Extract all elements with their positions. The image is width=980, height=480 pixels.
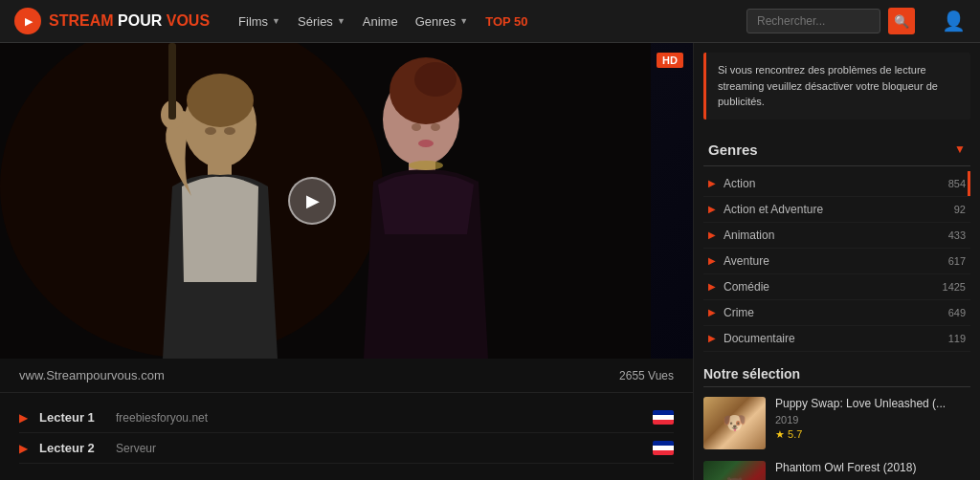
server2-flag bbox=[653, 441, 674, 455]
video-player: HD bbox=[0, 43, 693, 359]
server2-host: Serveur bbox=[116, 442, 653, 455]
genre-name: Animation bbox=[724, 229, 948, 242]
genre-count: 854 bbox=[948, 178, 966, 189]
server1-play-icon: ▶ bbox=[19, 411, 28, 425]
genre-name: Action et Adventure bbox=[724, 203, 954, 216]
nav-anime[interactable]: Anime bbox=[363, 14, 398, 29]
ad-notice: Si vous rencontrez des problèmes de lect… bbox=[703, 53, 970, 120]
genre-arrow-icon: ▶ bbox=[708, 204, 716, 214]
genre-comedie[interactable]: ▶ Comédie 1425 bbox=[703, 274, 970, 300]
logo[interactable]: STREAM POUR VOUS bbox=[14, 8, 210, 34]
genre-count: 433 bbox=[948, 229, 966, 241]
video-scene bbox=[0, 43, 693, 359]
navbar: STREAM POUR VOUS Films ▼ Séries ▼ Anime … bbox=[0, 0, 980, 43]
genres-title: Genres bbox=[708, 142, 758, 158]
selection-item-1[interactable]: 🐶 Puppy Swap: Love Unleashed (... 2019 ★… bbox=[703, 397, 970, 449]
genre-arrow-icon: ▶ bbox=[708, 178, 716, 188]
video-info: vww.Streampourvous.com 2655 Vues bbox=[0, 359, 693, 393]
server1-flag bbox=[653, 410, 674, 425]
genres-section: Genres ▼ ▶ Action 854 ▶ Action et Advent… bbox=[694, 129, 980, 357]
selection-section: Notre sélection 🐶 Puppy Swap: Love Unlea… bbox=[694, 357, 980, 481]
genre-arrow-icon: ▶ bbox=[708, 281, 716, 292]
selection-info-2: Phantom Owl Forest (2018) 2018 ★ 7.7 bbox=[775, 461, 970, 481]
genre-count: 617 bbox=[948, 255, 966, 267]
nav-films[interactable]: Films ▼ bbox=[238, 14, 280, 29]
genre-arrow-icon: ▶ bbox=[708, 229, 716, 240]
genres-header: Genres ▼ bbox=[703, 134, 970, 166]
selection-thumb-2: 🦉 bbox=[703, 461, 766, 481]
nav-links: Films ▼ Séries ▼ Anime Genres ▼ TOP 50 bbox=[238, 14, 727, 29]
server1-name: Lecteur 1 bbox=[39, 410, 106, 425]
selection-item-2[interactable]: 🦉 Phantom Owl Forest (2018) 2018 ★ 7.7 bbox=[703, 461, 970, 481]
selection-year-1: 2019 bbox=[775, 414, 970, 425]
selection-title-2: Phantom Owl Forest (2018) bbox=[775, 461, 970, 476]
nav-genres[interactable]: Genres ▼ bbox=[415, 14, 469, 29]
genre-crime[interactable]: ▶ Crime 649 bbox=[703, 300, 970, 326]
genre-aventure[interactable]: ▶ Aventure 617 bbox=[703, 249, 970, 274]
selection-title: Notre sélection bbox=[703, 366, 970, 387]
server-row-2[interactable]: ▶ Lecteur 2 Serveur bbox=[19, 433, 674, 464]
genre-active-bar bbox=[968, 171, 970, 196]
selection-info-1: Puppy Swap: Love Unleashed (... 2019 ★ 5… bbox=[775, 397, 970, 449]
logo-icon bbox=[14, 8, 41, 34]
servers-section: ▶ Lecteur 1 freebiesforyou.net ▶ Lecteur… bbox=[0, 393, 693, 473]
server2-name: Lecteur 2 bbox=[39, 441, 106, 455]
genre-count: 1425 bbox=[943, 281, 966, 293]
selection-title-1: Puppy Swap: Love Unleashed (... bbox=[775, 397, 970, 412]
ad-notice-text: Si vous rencontrez des problèmes de lect… bbox=[718, 62, 959, 110]
right-sidebar: Si vous rencontrez des problèmes de lect… bbox=[693, 43, 980, 480]
genre-name: Aventure bbox=[724, 254, 948, 268]
genre-action-adventure[interactable]: ▶ Action et Adventure 92 bbox=[703, 197, 970, 223]
genre-arrow-icon: ▶ bbox=[708, 255, 716, 266]
genre-animation[interactable]: ▶ Animation 433 bbox=[703, 223, 970, 249]
user-icon[interactable]: 👤 bbox=[942, 10, 966, 33]
play-button[interactable] bbox=[288, 177, 336, 225]
server2-play-icon: ▶ bbox=[19, 442, 28, 455]
genre-documentaire[interactable]: ▶ Documentaire 119 bbox=[703, 326, 970, 352]
genres-arrow-icon: ▼ bbox=[459, 16, 468, 26]
genre-arrow-icon: ▶ bbox=[708, 333, 716, 343]
logo-text: STREAM POUR VOUS bbox=[49, 12, 210, 30]
genre-arrow-icon: ▶ bbox=[708, 307, 716, 317]
genres-dropdown-icon[interactable]: ▼ bbox=[954, 142, 966, 156]
hd-badge: HD bbox=[657, 53, 683, 68]
genre-name: Documentaire bbox=[724, 332, 948, 345]
main-layout: HD vww.Streampourvous.com 2655 Vues ▶ Le… bbox=[0, 43, 980, 480]
search-button[interactable]: 🔍 bbox=[888, 8, 915, 34]
genre-name: Comédie bbox=[724, 280, 943, 294]
genre-count: 649 bbox=[948, 307, 966, 318]
left-content: HD vww.Streampourvous.com 2655 Vues ▶ Le… bbox=[0, 43, 693, 480]
genre-name: Action bbox=[724, 177, 948, 190]
server1-host: freebiesforyou.net bbox=[116, 411, 653, 425]
video-views: 2655 Vues bbox=[619, 369, 674, 382]
genre-name: Crime bbox=[724, 306, 948, 319]
search-input[interactable] bbox=[746, 9, 880, 33]
series-arrow-icon: ▼ bbox=[337, 16, 345, 26]
genre-count: 119 bbox=[948, 333, 966, 344]
nav-series[interactable]: Séries ▼ bbox=[298, 14, 345, 29]
server-row-1[interactable]: ▶ Lecteur 1 freebiesforyou.net bbox=[19, 403, 674, 433]
search-area: 🔍 bbox=[746, 8, 915, 34]
films-arrow-icon: ▼ bbox=[272, 16, 280, 26]
thumb1-decoration: 🐶 bbox=[703, 397, 766, 449]
selection-rating-1: ★ 5.7 bbox=[775, 428, 970, 441]
thumb2-decoration: 🦉 bbox=[703, 461, 766, 481]
nav-top50[interactable]: TOP 50 bbox=[485, 14, 527, 29]
genre-count: 92 bbox=[954, 204, 966, 215]
video-url: vww.Streampourvous.com bbox=[19, 368, 165, 382]
genre-action[interactable]: ▶ Action 854 bbox=[703, 171, 970, 197]
selection-thumb-1: 🐶 bbox=[703, 397, 766, 449]
